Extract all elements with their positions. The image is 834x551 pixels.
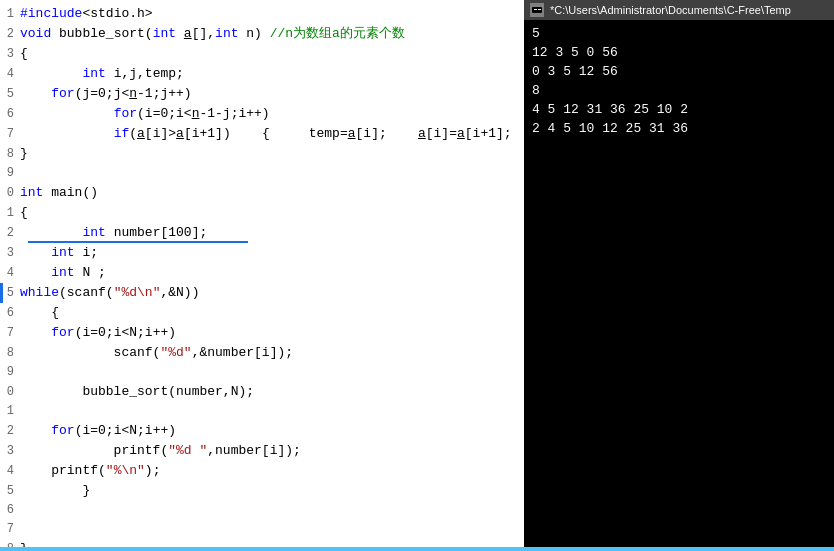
code-line-2: 2 void bubble_sort(int a[],int n) //n为数组… <box>0 24 524 44</box>
code-line-16: 6 { <box>0 303 524 323</box>
code-line-6: 6 for(i=0;i<n-1-j;i++) <box>0 104 524 124</box>
terminal-title: *C:\Users\Administrator\Documents\C-Free… <box>550 4 791 16</box>
svg-rect-3 <box>538 9 541 10</box>
code-panel: 1 #include<stdio.h> 2 void bubble_sort(i… <box>0 0 524 547</box>
terminal-line-5: 4 5 12 31 36 25 10 2 <box>532 100 826 119</box>
terminal-line-1: 5 <box>532 24 826 43</box>
code-line-9: 9 <box>0 164 524 183</box>
code-line-19: 9 <box>0 363 524 382</box>
code-line-14: 4 int N ; <box>0 263 524 283</box>
code-line-15: 5 while(scanf("%d\n",&N)) <box>0 283 524 303</box>
code-line-5: 5 for(j=0;j<n-1;j++) <box>0 84 524 104</box>
code-line-21: 1 <box>0 402 524 421</box>
code-line-12: 2 int number[100]; <box>0 223 524 243</box>
code-line-8: 8 } <box>0 144 524 164</box>
code-line-7: 7 if(a[i]>a[i+1]) { temp=a[i]; a[i]=a[i+… <box>0 124 524 144</box>
code-line-24: 4 printf("%\n"); <box>0 461 524 481</box>
terminal-titlebar: *C:\Users\Administrator\Documents\C-Free… <box>524 0 834 20</box>
bottom-status-bar <box>0 547 834 551</box>
left-indicator <box>0 283 3 303</box>
code-line-17: 7 for(i=0;i<N;i++) <box>0 323 524 343</box>
code-line-18: 8 scanf("%d",&number[i]); <box>0 343 524 363</box>
code-line-3: 3 { <box>0 44 524 64</box>
terminal-icon <box>530 3 544 17</box>
code-line-10: 0 int main() <box>0 183 524 203</box>
terminal-line-6: 2 4 5 10 12 25 31 36 <box>532 119 826 138</box>
code-line-23: 3 printf("%d ",number[i]); <box>0 441 524 461</box>
terminal-line-3: 0 3 5 12 56 <box>532 62 826 81</box>
code-line-13: 3 int i; <box>0 243 524 263</box>
terminal-line-2: 12 3 5 0 56 <box>532 43 826 62</box>
terminal-output: 5 12 3 5 0 56 0 3 5 12 56 8 4 5 12 31 36… <box>524 20 834 547</box>
code-line-22: 2 for(i=0;i<N;i++) <box>0 421 524 441</box>
terminal-line-4: 8 <box>532 81 826 100</box>
svg-rect-2 <box>534 9 537 10</box>
code-line-4: 4 int i,j,temp; <box>0 64 524 84</box>
main-container: 1 #include<stdio.h> 2 void bubble_sort(i… <box>0 0 834 547</box>
code-line-25: 5 } <box>0 481 524 501</box>
code-line-27: 7 <box>0 520 524 539</box>
code-line-28: 8 } <box>0 539 524 547</box>
code-line-11: 1 { <box>0 203 524 223</box>
code-line-1: 1 #include<stdio.h> <box>0 4 524 24</box>
code-line-26: 6 <box>0 501 524 520</box>
terminal-panel: *C:\Users\Administrator\Documents\C-Free… <box>524 0 834 547</box>
code-line-20: 0 bubble_sort(number,N); <box>0 382 524 402</box>
